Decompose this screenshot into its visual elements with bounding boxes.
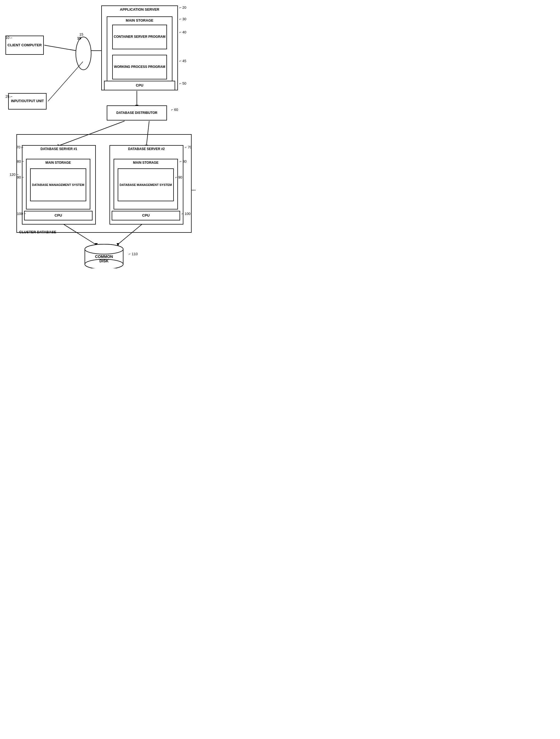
network-refnum-label: 15	[77, 36, 81, 40]
dbms1-label: DATABASE MANAGEMENT SYSTEM	[32, 183, 84, 187]
db-server1-header: DATABASE SERVER #1	[40, 147, 77, 151]
working-process-label: WORKING PROCESS PROGRAM	[114, 65, 165, 69]
refnum-70-left: 70 ⌐	[16, 145, 23, 149]
db-distributor-label: DATABASE DISTRIBUTOR	[116, 111, 157, 115]
container-server-box: CONTAINER SERVER PROGRAM	[112, 25, 167, 49]
svg-text:COMMON: COMMON	[95, 254, 113, 259]
refnum-100-left: 100 ⌐	[17, 212, 26, 216]
refnum-30: ⌐ 30	[179, 17, 186, 21]
working-process-box: WORKING PROCESS PROGRAM	[112, 55, 167, 80]
db-distributor-box: DATABASE DISTRIBUTOR	[107, 106, 167, 121]
refnum-90-left: 90 ⌐	[17, 175, 24, 179]
io-unit-box: INPUT/OUTPUT UNIT	[8, 93, 46, 110]
svg-line-1	[44, 45, 76, 51]
refnum-40: ⌐ 40	[179, 30, 186, 34]
dbms2-box: DATABASE MANAGEMENT SYSTEM	[118, 168, 174, 201]
cpu-app-label: CPU	[136, 83, 143, 88]
refnum-10: 10 ⌐	[5, 36, 12, 40]
main-storage-app-header: MAIN STORAGE	[126, 18, 154, 23]
db-server2-header: DATABASE SERVER #2	[128, 147, 165, 151]
cpu-db2-label: CPU	[142, 213, 150, 218]
cpu-db1-label: CPU	[54, 213, 62, 218]
refnum-80-left: 80 ⌐	[17, 159, 24, 163]
dbms2-label: DATABASE MANAGEMENT SYSTEM	[120, 183, 172, 187]
refnum-110: ⌐ 110	[129, 252, 138, 256]
refnum-network: 15	[79, 32, 83, 36]
refnum-70-right: ⌐ 70	[185, 145, 192, 149]
refnum-80-right: ⌐ 80	[180, 159, 187, 163]
refnum-90-right: ⌐ 90	[175, 175, 182, 179]
refnum-100-right: ⌐ 100	[181, 212, 190, 216]
dbms1-box: DATABASE MANAGEMENT SYSTEM	[30, 168, 86, 201]
refnum-20: ⌐ 20	[179, 5, 186, 10]
svg-text:DISK: DISK	[100, 259, 109, 263]
main-storage-db2-header: MAIN STORAGE	[133, 161, 159, 165]
common-disk-svg: COMMON DISK	[82, 244, 126, 268]
ellipsis-label: ...	[192, 186, 196, 192]
io-unit-label: INPUT/OUTPUT UNIT	[11, 99, 44, 104]
refnum-60: ⌐ 60	[171, 108, 178, 112]
diagram-container: 15 15 CLIENT COMPUTER 10 ⌐ APPLICATION S…	[0, 0, 208, 274]
refnum-45: ⌐ 45	[179, 59, 186, 63]
cpu-db2-box: CPU	[112, 211, 180, 220]
svg-point-0	[76, 37, 91, 70]
svg-point-21	[85, 244, 123, 254]
svg-line-4	[48, 61, 83, 101]
app-server-header: APPLICATION SERVER	[120, 7, 159, 12]
cluster-database-label: CLUSTER DATABASE	[19, 230, 56, 234]
refnum-25: 25 ⌐	[5, 95, 13, 99]
main-storage-db1-header: MAIN STORAGE	[45, 161, 71, 165]
container-server-label: CONTAINER SERVER PROGRAM	[114, 35, 166, 39]
client-computer-label: CLIENT COMPUTER	[8, 43, 42, 48]
cpu-db1-box: CPU	[24, 211, 92, 220]
cpu-app-box: CPU	[104, 81, 175, 90]
refnum-50: ⌐ 50	[179, 81, 186, 86]
